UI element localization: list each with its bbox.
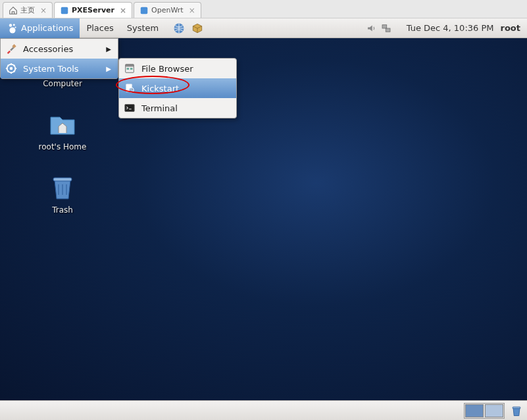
tab-label: 主页 bbox=[20, 5, 35, 15]
close-icon[interactable]: × bbox=[40, 6, 47, 15]
browser-tab-strip: 主页 × PXEServer × OpenWrt × bbox=[0, 0, 527, 18]
close-icon[interactable]: × bbox=[120, 6, 126, 15]
menu-label: System bbox=[127, 23, 159, 33]
system-menu-button[interactable]: System bbox=[120, 18, 165, 38]
applications-menu: Accessories ▶ System Tools ▶ bbox=[0, 38, 118, 79]
menu-item-filebrowser[interactable]: File Browser bbox=[119, 59, 236, 78]
workspace-1[interactable] bbox=[465, 404, 484, 417]
bottom-panel bbox=[0, 400, 527, 420]
icon-label: Trash bbox=[52, 205, 73, 215]
applications-menu-button[interactable]: Applications bbox=[0, 18, 80, 38]
desktop[interactable]: Computer root's Home Trash bbox=[0, 38, 527, 400]
menu-item-systemtools[interactable]: System Tools ▶ bbox=[1, 59, 118, 78]
workspace-2[interactable] bbox=[485, 404, 503, 417]
network-icon[interactable] bbox=[379, 21, 393, 36]
svg-point-3 bbox=[13, 24, 15, 26]
trash-icon bbox=[47, 171, 78, 203]
menu-label: System Tools bbox=[23, 64, 79, 74]
chevron-right-icon: ▶ bbox=[106, 45, 111, 53]
svg-rect-19 bbox=[127, 68, 130, 70]
terminal-icon bbox=[123, 101, 136, 115]
clock[interactable]: Tue Dec 4, 10:36 PM bbox=[407, 23, 494, 33]
menu-label: Terminal bbox=[141, 103, 178, 113]
icon-label: Computer bbox=[43, 79, 82, 88]
top-panel: Applications Places System Tue Dec 4, 10… bbox=[0, 18, 527, 38]
menu-label: File Browser bbox=[141, 64, 193, 74]
desktop-icon-home[interactable]: root's Home bbox=[33, 108, 92, 151]
systemtools-submenu: File Browser Kickstart Terminal bbox=[118, 58, 237, 118]
menu-label: Kickstart bbox=[141, 84, 179, 93]
menu-item-terminal[interactable]: Terminal bbox=[119, 98, 236, 118]
browser-tab-openwrt[interactable]: OpenWrt × bbox=[134, 2, 201, 18]
systemtools-icon bbox=[5, 62, 18, 75]
home-icon bbox=[9, 6, 18, 15]
svg-point-5 bbox=[10, 27, 16, 33]
home-icon bbox=[47, 108, 78, 140]
menu-item-kickstart[interactable]: Kickstart bbox=[119, 78, 236, 98]
svg-rect-7 bbox=[382, 24, 387, 28]
svg-rect-24 bbox=[513, 407, 520, 409]
user-menu[interactable]: root bbox=[501, 23, 521, 33]
trash-applet-icon[interactable] bbox=[509, 403, 524, 419]
accessories-icon bbox=[5, 42, 18, 55]
places-menu-button[interactable]: Places bbox=[80, 18, 120, 38]
browser-launcher-icon[interactable] bbox=[172, 21, 186, 36]
tab-label: PXEServer bbox=[72, 6, 114, 14]
tab-icon bbox=[60, 6, 69, 15]
svg-rect-20 bbox=[130, 68, 133, 70]
filebrowser-icon bbox=[123, 62, 136, 75]
svg-point-2 bbox=[9, 24, 13, 27]
svg-rect-13 bbox=[53, 178, 72, 181]
svg-point-4 bbox=[14, 26, 16, 28]
close-icon[interactable]: × bbox=[189, 6, 195, 15]
menu-label: Applications bbox=[21, 23, 73, 33]
chevron-right-icon: ▶ bbox=[106, 65, 111, 72]
gnome-foot-icon bbox=[7, 22, 18, 34]
kickstart-icon bbox=[123, 82, 136, 95]
menu-label: Places bbox=[86, 23, 113, 33]
svg-point-16 bbox=[10, 67, 13, 70]
tab-icon bbox=[139, 6, 149, 15]
tab-label: OpenWrt bbox=[151, 6, 184, 14]
svg-rect-18 bbox=[126, 65, 134, 67]
package-launcher-icon[interactable] bbox=[190, 21, 205, 36]
svg-rect-8 bbox=[386, 28, 390, 32]
svg-rect-23 bbox=[125, 105, 134, 112]
launcher-tray bbox=[172, 21, 205, 36]
browser-tab-home[interactable]: 主页 × bbox=[3, 2, 53, 18]
icon-label: root's Home bbox=[39, 142, 87, 151]
svg-rect-1 bbox=[141, 7, 148, 14]
volume-icon[interactable] bbox=[364, 21, 379, 36]
svg-rect-0 bbox=[61, 7, 68, 14]
panel-menus: Applications Places System bbox=[0, 18, 165, 38]
desktop-icon-trash[interactable]: Trash bbox=[33, 171, 92, 215]
workspace-pager bbox=[464, 403, 505, 419]
browser-tab-pxeserver[interactable]: PXEServer × bbox=[54, 2, 132, 18]
menu-item-accessories[interactable]: Accessories ▶ bbox=[1, 39, 118, 59]
menu-label: Accessories bbox=[23, 44, 73, 54]
